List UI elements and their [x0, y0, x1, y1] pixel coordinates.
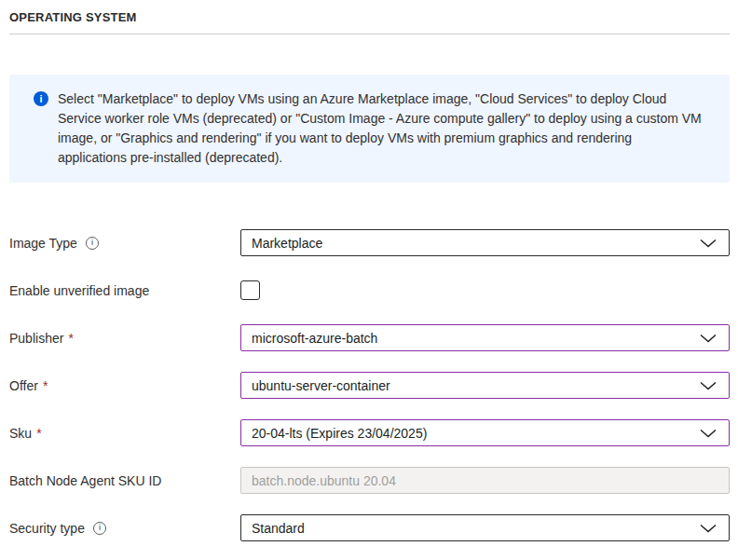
operating-system-form: Image Type i Marketplace Enable unverifi…: [9, 229, 730, 541]
form-row-security-type: Security type i Standard: [9, 514, 730, 541]
chevron-down-icon: [700, 239, 717, 248]
security-type-dropdown[interactable]: Standard: [240, 514, 730, 541]
batch-node-agent-sku-id-input: [240, 467, 730, 494]
publisher-label-text: Publisher: [9, 331, 63, 346]
offer-label-text: Offer: [9, 378, 38, 393]
sku-label-text: Sku: [9, 426, 32, 441]
offer-label: Offer *: [9, 378, 240, 393]
security-type-label: Security type i: [9, 521, 240, 536]
sku-value: 20-04-lts (Expires 23/04/2025): [252, 426, 427, 441]
enable-unverified-image-checkbox[interactable]: [240, 280, 260, 300]
security-type-value: Standard: [252, 521, 305, 536]
offer-value: ubuntu-server-container: [252, 378, 390, 393]
required-marker: *: [36, 426, 41, 441]
form-row-offer: Offer * ubuntu-server-container: [9, 372, 730, 399]
form-row-enable-unverified-image: Enable unverified image: [9, 277, 730, 304]
publisher-value: microsoft-azure-batch: [252, 331, 377, 346]
required-marker: *: [68, 331, 73, 346]
enable-unverified-image-label: Enable unverified image: [9, 283, 240, 298]
batch-node-agent-sku-id-label-text: Batch Node Agent SKU ID: [9, 473, 161, 488]
image-type-label: Image Type i: [9, 236, 240, 251]
chevron-down-icon: [700, 334, 717, 343]
info-banner: i Select "Marketplace" to deploy VMs usi…: [9, 75, 730, 183]
form-row-batch-node-agent-sku-id: Batch Node Agent SKU ID: [9, 467, 730, 494]
publisher-dropdown[interactable]: microsoft-azure-batch: [240, 324, 730, 351]
chevron-down-icon: [700, 429, 717, 438]
batch-node-agent-sku-id-label: Batch Node Agent SKU ID: [9, 473, 240, 488]
sku-label: Sku *: [9, 426, 240, 441]
form-row-image-type: Image Type i Marketplace: [9, 229, 730, 256]
security-type-label-text: Security type: [9, 521, 85, 536]
form-row-sku: Sku * 20-04-lts (Expires 23/04/2025): [9, 419, 730, 446]
offer-dropdown[interactable]: ubuntu-server-container: [240, 372, 730, 399]
enable-unverified-image-label-text: Enable unverified image: [9, 283, 149, 298]
chevron-down-icon: [700, 524, 717, 533]
info-tooltip-icon[interactable]: i: [93, 522, 106, 535]
operating-system-section: OPERATING SYSTEM i Select "Marketplace" …: [0, 0, 738, 541]
image-type-dropdown[interactable]: Marketplace: [240, 229, 730, 256]
chevron-down-icon: [700, 381, 717, 390]
section-header: OPERATING SYSTEM: [9, 0, 730, 34]
form-row-publisher: Publisher * microsoft-azure-batch: [9, 324, 730, 351]
info-tooltip-icon[interactable]: i: [86, 237, 99, 250]
publisher-label: Publisher *: [9, 331, 240, 346]
image-type-label-text: Image Type: [9, 236, 77, 251]
section-title: OPERATING SYSTEM: [9, 10, 137, 24]
image-type-value: Marketplace: [252, 236, 322, 251]
info-banner-text: Select "Marketplace" to deploy VMs using…: [58, 89, 704, 168]
info-filled-icon: i: [34, 91, 48, 106]
sku-dropdown[interactable]: 20-04-lts (Expires 23/04/2025): [240, 419, 730, 446]
required-marker: *: [43, 378, 48, 393]
